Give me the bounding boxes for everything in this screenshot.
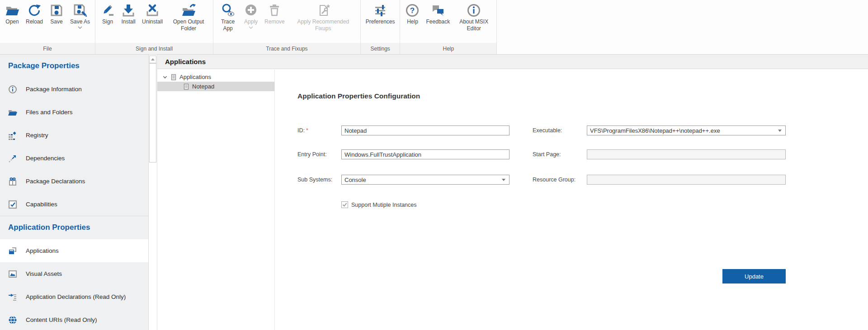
registry-blocks-icon	[8, 131, 17, 140]
support-multiple-instances-checkbox: Support Mutiple Instances	[341, 201, 417, 208]
sidebar-item-content-uris[interactable]: Content URIs (Read Only)	[0, 308, 148, 330]
chevron-down-icon	[249, 26, 253, 29]
required-marker: *	[306, 127, 308, 134]
about-msix-editor-button[interactable]: About MSIX Editor	[453, 2, 495, 33]
document-icon	[183, 84, 189, 90]
folder-icon	[8, 108, 17, 117]
sidebar-item-registry[interactable]: Registry	[0, 124, 148, 147]
ribbon-group-file: Open Reload Save	[0, 0, 95, 54]
reload-button[interactable]: Reload	[23, 2, 46, 26]
tree-item-label: Applications	[179, 74, 211, 80]
sidebar-item-files-and-folders[interactable]: Files and Folders	[0, 101, 148, 124]
sidebar-item-dependencies[interactable]: Dependencies	[0, 147, 148, 170]
resource-group-input	[587, 175, 786, 185]
dependencies-arrow-icon	[8, 154, 17, 163]
sidebar-item-package-declarations[interactable]: Package Declarations	[0, 170, 148, 193]
sidebar-heading-application-properties: Application Properties	[8, 222, 148, 233]
checkbox-checked-icon	[341, 201, 348, 208]
globe-icon	[8, 316, 17, 325]
install-button[interactable]: Install	[118, 2, 139, 26]
sidebar-item-visual-assets[interactable]: Visual Assets	[0, 262, 148, 285]
ribbon-group-label-help: Help	[400, 43, 496, 54]
svg-text:?: ?	[410, 6, 415, 15]
dropdown-arrow-icon	[778, 130, 782, 132]
info-circle-icon	[8, 85, 17, 94]
chevron-down-icon[interactable]	[162, 74, 168, 80]
sidebar-divider	[0, 216, 148, 216]
ribbon-group-label-sign-and-install: Sign and Install	[95, 43, 213, 54]
panel-title-bar: Applications	[157, 55, 868, 69]
ribbon-group-settings: Preferences Settings	[361, 0, 401, 54]
msix-editor-window: Open Reload Save	[0, 0, 868, 330]
sign-pencil-icon	[100, 3, 115, 18]
about-info-icon	[467, 3, 481, 18]
scrollbar-thumb[interactable]	[149, 63, 156, 163]
open-output-folder-button[interactable]: Open Output Folder	[166, 2, 211, 33]
applications-tree: Applications Notepad	[157, 70, 275, 330]
uninstall-button[interactable]: Uninstall	[139, 2, 166, 26]
sidebar-item-package-information[interactable]: Package Information	[0, 78, 148, 101]
tree-item-notepad[interactable]: Notepad	[157, 82, 274, 91]
preferences-sliders-icon	[373, 3, 387, 18]
sub-systems-dropdown[interactable]: Console	[341, 175, 509, 185]
start-page-input	[587, 149, 786, 159]
install-icon	[121, 3, 136, 18]
app-window-icon	[8, 246, 17, 256]
reload-icon	[27, 3, 42, 18]
fixups-wrench-icon	[316, 3, 330, 18]
apply-plus-icon	[244, 3, 258, 18]
panel-title: Applications	[165, 58, 206, 65]
executable-label: Executable:	[533, 125, 562, 135]
feedback-button[interactable]: Feedback	[423, 2, 453, 26]
sub-systems-label: Sub Systems:	[297, 175, 332, 185]
form-title: Application Properties Configuration	[297, 92, 420, 100]
save-icon	[49, 3, 64, 18]
open-output-folder-icon	[181, 3, 196, 18]
save-button[interactable]: Save	[46, 2, 67, 26]
feedback-bubbles-icon	[431, 3, 445, 18]
tree-item-applications-root[interactable]: Applications	[157, 72, 274, 82]
entry-point-input[interactable]	[341, 149, 509, 159]
id-label: ID:*	[297, 125, 308, 135]
sidebar-item-applications[interactable]: Applications	[0, 239, 148, 262]
ribbon-group-trace-and-fixups: Trace App Apply Remove	[213, 0, 361, 54]
save-as-button[interactable]: Save As	[67, 2, 93, 30]
sidebar-item-capabilities[interactable]: Capabilities	[0, 193, 148, 216]
apply-button: Apply	[241, 2, 261, 30]
open-folder-icon	[5, 3, 19, 18]
open-button[interactable]: Open	[2, 2, 23, 26]
help-button[interactable]: ? Help	[402, 2, 423, 26]
trace-app-button[interactable]: Trace App	[215, 2, 241, 33]
ribbon-toolbar: Open Reload Save	[0, 0, 868, 55]
uninstall-icon	[145, 3, 160, 18]
save-as-icon	[73, 3, 87, 18]
ribbon-group-sign-and-install: Sign Install Uninstall	[95, 0, 213, 54]
update-button[interactable]: Update	[722, 269, 786, 284]
remove-button: Remove	[261, 2, 288, 26]
trace-app-icon	[221, 3, 235, 18]
arrow-list-icon	[8, 293, 17, 302]
ribbon-group-label-trace-and-fixups: Trace and Fixups	[213, 43, 360, 54]
tree-item-label: Notepad	[192, 83, 214, 90]
chevron-down-icon	[78, 26, 82, 29]
preferences-button[interactable]: Preferences	[363, 2, 398, 26]
sidebar-item-application-declarations[interactable]: Application Declarations (Read Only)	[0, 285, 148, 308]
dropdown-arrow-icon	[502, 179, 505, 181]
apply-recommended-fixups-button: Apply Recommended Fixups	[288, 2, 359, 33]
id-input[interactable]	[341, 125, 509, 135]
help-question-icon: ?	[405, 3, 420, 18]
ribbon-group-label-settings: Settings	[361, 43, 400, 54]
sign-button[interactable]: Sign	[97, 2, 118, 26]
navigation-sidebar: Package Properties Package Information F…	[0, 55, 149, 330]
document-icon	[170, 74, 177, 80]
ribbon-empty-space	[497, 0, 868, 54]
image-icon	[8, 270, 17, 279]
sidebar-heading-package-properties: Package Properties	[8, 60, 148, 72]
scrollbar-up-button[interactable]	[149, 56, 156, 63]
sidebar-scrollbar-track[interactable]	[149, 55, 157, 330]
resource-group-label: Resource Group:	[533, 175, 576, 185]
executable-dropdown[interactable]: VFS\ProgramFilesX86\Notepad++\notepad++.…	[587, 125, 786, 135]
ribbon-group-label-file: File	[0, 43, 95, 54]
entry-point-label: Entry Point:	[297, 149, 327, 159]
remove-trash-icon	[267, 3, 282, 18]
